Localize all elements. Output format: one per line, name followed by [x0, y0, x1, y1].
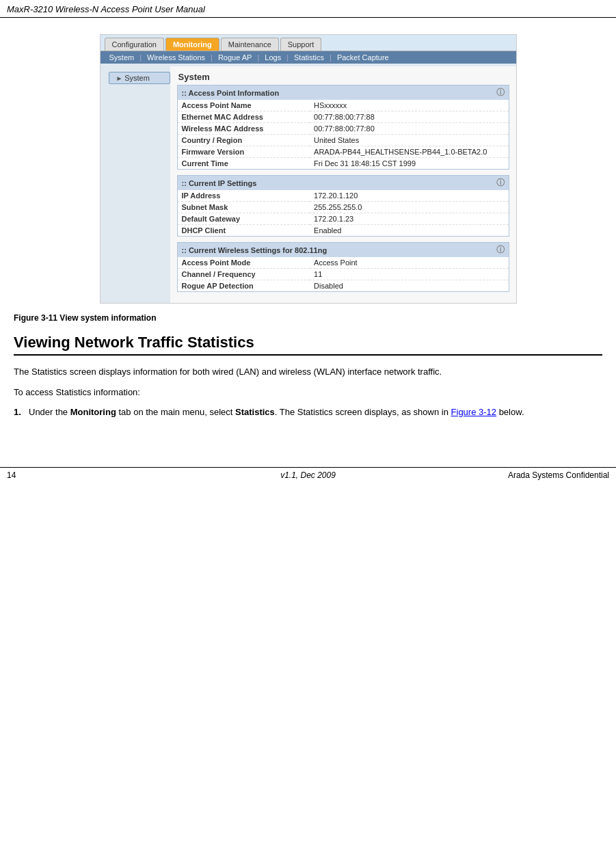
table-row: Subnet Mask 255.255.255.0	[178, 202, 509, 213]
current-ip-header: :: Current IP Settings ⓘ	[178, 176, 509, 190]
figure-caption: Figure 3-11 View system information	[14, 313, 602, 323]
document-header: MaxR-3210 Wireless-N Access Point User M…	[0, 0, 616, 18]
footer-confidential: Arada Systems Confidential	[508, 470, 609, 480]
table-row: Channel / Frequency 11	[178, 269, 509, 280]
table-row: IP Address 172.20.1.120	[178, 190, 509, 202]
screenshot-box: Configuration Monitoring Maintenance Sup…	[100, 34, 517, 304]
wireless-settings-header: :: Current Wireless Settings for 802.11n…	[178, 243, 509, 257]
access-point-info-section: :: Access Point Information ⓘ Access Poi…	[177, 85, 509, 170]
current-ip-table: IP Address 172.20.1.120 Subnet Mask 255.…	[178, 190, 509, 236]
table-row: Ethernet MAC Address 00:77:88:00:77:88	[178, 111, 509, 123]
figure-3-12-link[interactable]: Figure 3-12	[451, 407, 496, 417]
list-item: 1. Under the Monitoring tab on the main …	[14, 405, 602, 419]
table-row: Default Gateway 172.20.1.23	[178, 213, 509, 225]
doc-content: Configuration Monitoring Maintenance Sup…	[0, 18, 616, 440]
help-icon-wireless[interactable]: ⓘ	[496, 244, 505, 256]
current-ip-section: :: Current IP Settings ⓘ IP Address 172.…	[177, 175, 509, 237]
sub-nav-rogue-ap[interactable]: Rogue AP	[213, 51, 257, 64]
sub-nav-packet-capture[interactable]: Packet Capture	[332, 51, 394, 64]
sub-nav-wireless-stations[interactable]: Wireless Stations	[142, 51, 210, 64]
footer-version: v1.1, Dec 2009	[280, 470, 336, 480]
table-row: Wireless MAC Address 00:77:88:00:77:80	[178, 123, 509, 135]
table-row: Country / Region United States	[178, 135, 509, 146]
selected-system-tab[interactable]: ► System	[109, 72, 170, 84]
document-title: MaxR-3210 Wireless-N Access Point User M…	[7, 4, 205, 14]
help-icon-ip[interactable]: ⓘ	[496, 177, 505, 189]
sub-nav-logs[interactable]: Logs	[260, 51, 286, 64]
tab-maintenance[interactable]: Maintenance	[221, 38, 279, 51]
wireless-settings-table: Access Point Mode Access Point Channel /…	[178, 257, 509, 291]
screen-title: System	[177, 69, 509, 85]
access-point-info-header: :: Access Point Information ⓘ	[178, 85, 509, 100]
help-icon-ap[interactable]: ⓘ	[496, 87, 505, 98]
tab-support[interactable]: Support	[280, 38, 322, 51]
section-heading: Viewing Network Traffic Statistics	[14, 334, 602, 356]
sub-nav: System | Wireless Stations | Rogue AP | …	[101, 51, 516, 64]
paragraph-1: The Statistics screen displays informati…	[14, 365, 602, 379]
step-text: Under the Monitoring tab on the main men…	[29, 405, 524, 419]
tab-configuration[interactable]: Configuration	[105, 38, 164, 51]
nav-tabs: Configuration Monitoring Maintenance Sup…	[101, 35, 516, 51]
table-row: Firmware Version ARADA-PB44_HEALTHSENSE-…	[178, 146, 509, 158]
table-row: DHCP Client Enabled	[178, 225, 509, 237]
bold-monitoring: Monitoring	[70, 407, 116, 417]
table-row: Current Time Fri Dec 31 18:48:15 CST 199…	[178, 158, 509, 170]
steps-list: 1. Under the Monitoring tab on the main …	[14, 405, 602, 419]
sub-nav-statistics[interactable]: Statistics	[289, 51, 329, 64]
paragraph-2: To access Statistics information:	[14, 386, 602, 399]
wireless-settings-section: :: Current Wireless Settings for 802.11n…	[177, 242, 509, 292]
bold-statistics: Statistics	[235, 407, 275, 417]
page-number: 14	[7, 470, 16, 480]
table-row: Rogue AP Detection Disabled	[178, 280, 509, 292]
doc-footer: 14 v1.1, Dec 2009 Arada Systems Confiden…	[0, 467, 616, 483]
table-row: Access Point Name HSxxxxxx	[178, 100, 509, 111]
access-point-info-table: Access Point Name HSxxxxxx Ethernet MAC …	[178, 100, 509, 169]
table-row: Access Point Mode Access Point	[178, 257, 509, 269]
tab-monitoring[interactable]: Monitoring	[165, 38, 219, 51]
step-number: 1.	[14, 405, 25, 419]
sub-nav-system[interactable]: System	[105, 51, 139, 64]
